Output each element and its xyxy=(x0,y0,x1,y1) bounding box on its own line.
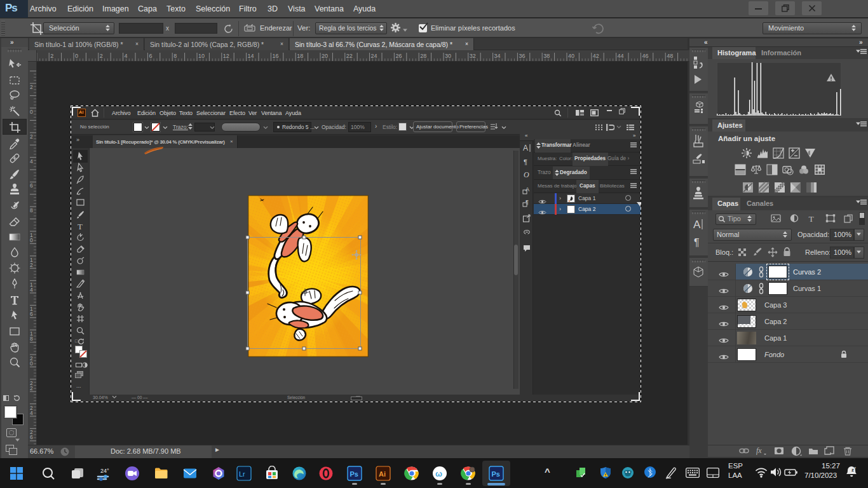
svg-text:4: 4 xyxy=(30,158,33,165)
svg-text:T: T xyxy=(809,214,815,224)
svg-text:36: 36 xyxy=(519,53,525,59)
svg-text:12: 12 xyxy=(223,53,229,59)
svg-text:8: 8 xyxy=(173,53,177,59)
svg-text:0: 0 xyxy=(30,237,33,243)
svg-text:2: 2 xyxy=(30,262,33,268)
svg-text:Ps: Ps xyxy=(350,470,358,478)
svg-text:T: T xyxy=(78,222,83,231)
svg-text:0: 0 xyxy=(30,360,33,367)
svg-text:2: 2 xyxy=(30,385,33,391)
svg-text:24: 24 xyxy=(371,53,377,59)
svg-text:¶: ¶ xyxy=(524,158,527,166)
svg-text:26: 26 xyxy=(395,53,402,59)
svg-text:18: 18 xyxy=(297,53,303,59)
svg-text:4: 4 xyxy=(125,53,128,59)
svg-text:16: 16 xyxy=(272,53,278,59)
svg-text:2: 2 xyxy=(30,84,33,90)
svg-text:22: 22 xyxy=(346,53,353,59)
svg-text:6: 6 xyxy=(30,434,33,440)
svg-text:2: 2 xyxy=(50,53,53,59)
svg-text:2: 2 xyxy=(100,53,103,59)
svg-text:¶: ¶ xyxy=(694,237,700,248)
svg-text:A: A xyxy=(526,186,529,193)
svg-text:32: 32 xyxy=(470,53,476,59)
svg-text:0: 0 xyxy=(75,53,78,59)
svg-text:28: 28 xyxy=(420,53,426,59)
svg-text:6: 6 xyxy=(30,311,33,317)
svg-text:42: 42 xyxy=(593,53,599,59)
svg-text:14: 14 xyxy=(248,53,254,59)
svg-text:O: O xyxy=(524,170,529,179)
svg-text:ω: ω xyxy=(435,469,442,478)
svg-text:34: 34 xyxy=(494,53,501,59)
svg-text:fx: fx xyxy=(756,446,762,455)
svg-text:2: 2 xyxy=(30,133,33,140)
svg-text:40: 40 xyxy=(568,53,574,59)
svg-text:44: 44 xyxy=(618,53,624,59)
svg-text:Ps: Ps xyxy=(492,470,500,478)
svg-text:30: 30 xyxy=(445,53,451,59)
svg-text:Ai: Ai xyxy=(379,470,386,478)
svg-text:A: A xyxy=(693,219,701,231)
svg-text:Lr: Lr xyxy=(239,470,245,478)
svg-text:8: 8 xyxy=(30,336,33,342)
svg-text:0: 0 xyxy=(30,109,33,115)
svg-text:4: 4 xyxy=(30,410,33,416)
svg-text:24°: 24° xyxy=(100,468,109,474)
svg-text:20: 20 xyxy=(322,53,328,59)
svg-text:48: 48 xyxy=(667,53,673,59)
svg-text:10: 10 xyxy=(198,53,205,59)
svg-text:A: A xyxy=(523,144,528,152)
svg-text:6: 6 xyxy=(30,182,33,189)
svg-text:46: 46 xyxy=(642,53,648,59)
svg-text:6: 6 xyxy=(149,53,152,59)
svg-text:38: 38 xyxy=(543,53,550,59)
svg-text:4: 4 xyxy=(30,287,33,293)
svg-text:z: z xyxy=(854,466,856,470)
svg-text:8: 8 xyxy=(30,207,33,214)
